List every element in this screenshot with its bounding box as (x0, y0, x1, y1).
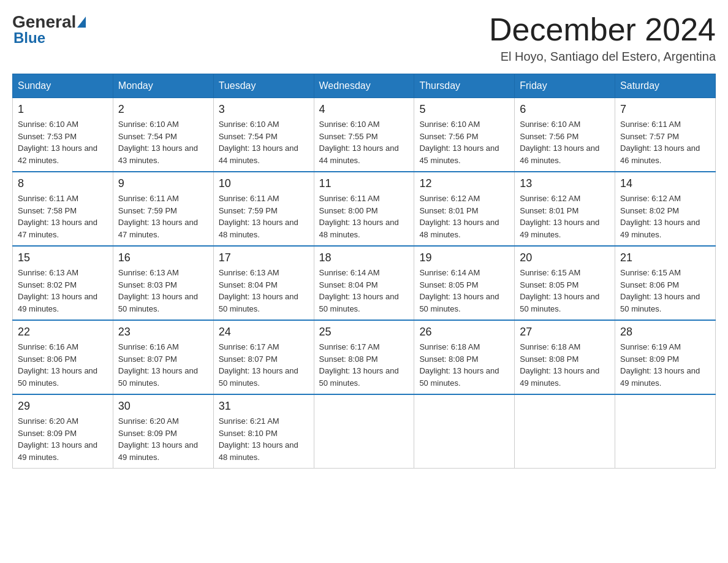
day-number: 6 (520, 103, 610, 116)
week-row-5: 29Sunrise: 6:20 AMSunset: 8:09 PMDayligh… (13, 394, 716, 469)
day-info: Sunrise: 6:21 AMSunset: 8:10 PMDaylight:… (219, 415, 309, 463)
calendar-cell: 20Sunrise: 6:15 AMSunset: 8:05 PMDayligh… (515, 246, 615, 320)
day-info: Sunrise: 6:14 AMSunset: 8:05 PMDaylight:… (419, 267, 509, 315)
day-number: 4 (319, 103, 409, 116)
calendar-cell: 2Sunrise: 6:10 AMSunset: 7:54 PMDaylight… (113, 98, 213, 172)
calendar-cell: 13Sunrise: 6:12 AMSunset: 8:01 PMDayligh… (515, 172, 615, 246)
logo-arrow-icon (77, 17, 86, 28)
calendar-cell: 23Sunrise: 6:16 AMSunset: 8:07 PMDayligh… (113, 320, 213, 394)
calendar-cell: 15Sunrise: 6:13 AMSunset: 8:02 PMDayligh… (13, 246, 113, 320)
day-number: 21 (620, 251, 710, 264)
day-header-saturday: Saturday (615, 74, 716, 98)
calendar-cell: 10Sunrise: 6:11 AMSunset: 7:59 PMDayligh… (213, 172, 314, 246)
calendar-cell: 1Sunrise: 6:10 AMSunset: 7:53 PMDaylight… (13, 98, 113, 172)
day-number: 11 (319, 177, 409, 190)
calendar-cell: 5Sunrise: 6:10 AMSunset: 7:56 PMDaylight… (414, 98, 515, 172)
calendar-cell: 26Sunrise: 6:18 AMSunset: 8:08 PMDayligh… (414, 320, 515, 394)
week-row-2: 8Sunrise: 6:11 AMSunset: 7:58 PMDaylight… (13, 172, 716, 246)
calendar-cell: 9Sunrise: 6:11 AMSunset: 7:59 PMDaylight… (113, 172, 213, 246)
day-info: Sunrise: 6:18 AMSunset: 8:08 PMDaylight:… (520, 341, 610, 389)
day-info: Sunrise: 6:13 AMSunset: 8:02 PMDaylight:… (18, 267, 108, 315)
day-info: Sunrise: 6:11 AMSunset: 7:57 PMDaylight:… (620, 118, 710, 166)
day-number: 20 (520, 251, 610, 264)
day-number: 1 (18, 103, 108, 116)
day-info: Sunrise: 6:20 AMSunset: 8:09 PMDaylight:… (118, 415, 208, 463)
day-number: 26 (419, 326, 509, 339)
day-number: 25 (319, 326, 409, 339)
calendar-cell: 4Sunrise: 6:10 AMSunset: 7:55 PMDaylight… (314, 98, 414, 172)
day-info: Sunrise: 6:10 AMSunset: 7:54 PMDaylight:… (219, 118, 309, 166)
day-number: 28 (620, 326, 710, 339)
day-info: Sunrise: 6:16 AMSunset: 8:06 PMDaylight:… (18, 341, 108, 389)
day-number: 23 (118, 326, 208, 339)
day-header-tuesday: Tuesday (213, 74, 314, 98)
day-number: 16 (118, 251, 208, 264)
calendar-cell: 17Sunrise: 6:13 AMSunset: 8:04 PMDayligh… (213, 246, 314, 320)
calendar-cell: 19Sunrise: 6:14 AMSunset: 8:05 PMDayligh… (414, 246, 515, 320)
calendar-cell: 30Sunrise: 6:20 AMSunset: 8:09 PMDayligh… (113, 394, 213, 469)
day-info: Sunrise: 6:14 AMSunset: 8:04 PMDaylight:… (319, 267, 409, 315)
day-number: 29 (18, 400, 108, 413)
day-number: 12 (419, 177, 509, 190)
day-info: Sunrise: 6:10 AMSunset: 7:55 PMDaylight:… (319, 118, 409, 166)
day-header-wednesday: Wednesday (314, 74, 414, 98)
day-number: 22 (18, 326, 108, 339)
day-info: Sunrise: 6:13 AMSunset: 8:03 PMDaylight:… (118, 267, 208, 315)
day-info: Sunrise: 6:17 AMSunset: 8:08 PMDaylight:… (319, 341, 409, 389)
day-info: Sunrise: 6:10 AMSunset: 7:53 PMDaylight:… (18, 118, 108, 166)
calendar-cell (414, 394, 515, 469)
logo: General Blue (12, 12, 87, 47)
day-info: Sunrise: 6:15 AMSunset: 8:05 PMDaylight:… (520, 267, 610, 315)
day-number: 18 (319, 251, 409, 264)
calendar-cell: 3Sunrise: 6:10 AMSunset: 7:54 PMDaylight… (213, 98, 314, 172)
day-number: 9 (118, 177, 208, 190)
day-header-sunday: Sunday (13, 74, 113, 98)
day-number: 27 (520, 326, 610, 339)
calendar-cell: 11Sunrise: 6:11 AMSunset: 8:00 PMDayligh… (314, 172, 414, 246)
week-row-4: 22Sunrise: 6:16 AMSunset: 8:06 PMDayligh… (13, 320, 716, 394)
calendar-cell: 16Sunrise: 6:13 AMSunset: 8:03 PMDayligh… (113, 246, 213, 320)
day-header-thursday: Thursday (414, 74, 515, 98)
day-number: 15 (18, 251, 108, 264)
location-title: El Hoyo, Santiago del Estero, Argentina (489, 50, 716, 64)
calendar-table: SundayMondayTuesdayWednesdayThursdayFrid… (12, 74, 716, 469)
page-header: General Blue December 2024 El Hoyo, Sant… (12, 12, 716, 64)
day-number: 14 (620, 177, 710, 190)
day-info: Sunrise: 6:11 AMSunset: 7:59 PMDaylight:… (118, 193, 208, 240)
day-info: Sunrise: 6:12 AMSunset: 8:02 PMDaylight:… (620, 193, 710, 240)
day-header-friday: Friday (515, 74, 615, 98)
day-header-monday: Monday (113, 74, 213, 98)
day-info: Sunrise: 6:12 AMSunset: 8:01 PMDaylight:… (419, 193, 509, 240)
day-info: Sunrise: 6:20 AMSunset: 8:09 PMDaylight:… (18, 415, 108, 463)
calendar-cell: 31Sunrise: 6:21 AMSunset: 8:10 PMDayligh… (213, 394, 314, 469)
day-number: 30 (118, 400, 208, 413)
day-info: Sunrise: 6:11 AMSunset: 8:00 PMDaylight:… (319, 193, 409, 240)
month-title: December 2024 (489, 12, 716, 47)
day-info: Sunrise: 6:11 AMSunset: 7:58 PMDaylight:… (18, 193, 108, 240)
calendar-cell: 21Sunrise: 6:15 AMSunset: 8:06 PMDayligh… (615, 246, 716, 320)
calendar-cell: 6Sunrise: 6:10 AMSunset: 7:56 PMDaylight… (515, 98, 615, 172)
calendar-cell (515, 394, 615, 469)
day-number: 19 (419, 251, 509, 264)
calendar-cell: 22Sunrise: 6:16 AMSunset: 8:06 PMDayligh… (13, 320, 113, 394)
title-section: December 2024 El Hoyo, Santiago del Este… (489, 12, 716, 64)
day-info: Sunrise: 6:17 AMSunset: 8:07 PMDaylight:… (219, 341, 309, 389)
day-number: 8 (18, 177, 108, 190)
day-info: Sunrise: 6:16 AMSunset: 8:07 PMDaylight:… (118, 341, 208, 389)
calendar-cell: 25Sunrise: 6:17 AMSunset: 8:08 PMDayligh… (314, 320, 414, 394)
calendar-cell: 27Sunrise: 6:18 AMSunset: 8:08 PMDayligh… (515, 320, 615, 394)
calendar-cell: 18Sunrise: 6:14 AMSunset: 8:04 PMDayligh… (314, 246, 414, 320)
calendar-cell (615, 394, 716, 469)
day-number: 31 (219, 400, 309, 413)
calendar-cell: 8Sunrise: 6:11 AMSunset: 7:58 PMDaylight… (13, 172, 113, 246)
logo-blue-text: Blue (13, 29, 45, 47)
day-number: 7 (620, 103, 710, 116)
day-number: 17 (219, 251, 309, 264)
week-row-1: 1Sunrise: 6:10 AMSunset: 7:53 PMDaylight… (13, 98, 716, 172)
day-number: 13 (520, 177, 610, 190)
calendar-cell (314, 394, 414, 469)
day-info: Sunrise: 6:10 AMSunset: 7:56 PMDaylight:… (520, 118, 610, 166)
calendar-cell: 12Sunrise: 6:12 AMSunset: 8:01 PMDayligh… (414, 172, 515, 246)
day-info: Sunrise: 6:15 AMSunset: 8:06 PMDaylight:… (620, 267, 710, 315)
header-row: SundayMondayTuesdayWednesdayThursdayFrid… (13, 74, 716, 98)
